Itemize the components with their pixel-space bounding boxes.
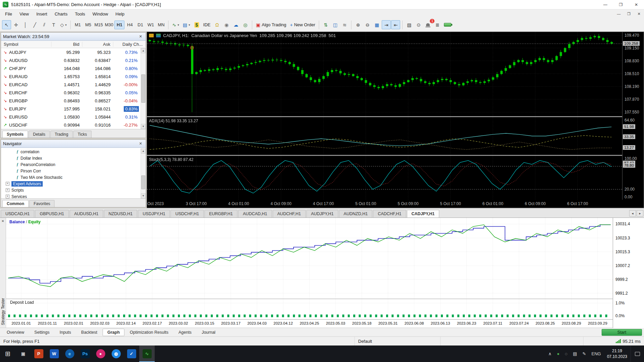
search-icon[interactable]: ⊙ bbox=[414, 20, 423, 29]
zoom-in-icon[interactable]: ⊕ bbox=[353, 20, 363, 29]
table-row-audjpy[interactable]: ↘AUDJPY95.29995.3230.73% bbox=[1, 48, 146, 56]
tester-tab-journal[interactable]: Journal bbox=[197, 329, 220, 336]
menu-window[interactable]: Window bbox=[89, 10, 112, 18]
menu-view[interactable]: View bbox=[16, 10, 33, 18]
blue-app[interactable]: ◍ bbox=[108, 345, 124, 362]
scroll-track[interactable] bbox=[141, 154, 146, 193]
task-view[interactable]: ▣ bbox=[15, 345, 31, 362]
start-button[interactable]: Start bbox=[602, 329, 642, 336]
indicators-icon[interactable]: ∿▾ bbox=[171, 20, 181, 29]
object-select-icon[interactable]: ▧ bbox=[405, 20, 414, 29]
menu-charts[interactable]: Charts bbox=[51, 10, 71, 18]
scroll-thumb[interactable] bbox=[141, 74, 145, 103]
chart-tab-gbpusd-h1[interactable]: GBPUSD,H1 bbox=[35, 210, 69, 218]
table-row-euraud[interactable]: ↘EURAUD1.657531.658140.09% bbox=[1, 72, 146, 80]
hidden-icons-icon[interactable]: ∧ bbox=[545, 345, 554, 362]
tab-common[interactable]: Common bbox=[2, 200, 29, 207]
tab-ticks[interactable]: Ticks bbox=[73, 131, 91, 138]
signal-icon[interactable]: ◉ bbox=[222, 20, 231, 29]
scroll-thumb[interactable] bbox=[141, 175, 145, 189]
table-row-chfjpy[interactable]: ↗CHFJPY164.048164.0860.80% bbox=[1, 64, 146, 72]
cloud-icon[interactable]: ☁ bbox=[231, 20, 240, 29]
metatrader5[interactable]: ∿ bbox=[139, 345, 155, 362]
chart-tab-eurgbp-h1[interactable]: EURGBP,H1 bbox=[204, 210, 238, 218]
vertical-line-tool-icon[interactable]: │ bbox=[21, 20, 30, 29]
timeframe-h1[interactable]: H1 bbox=[114, 21, 124, 29]
menu-file[interactable]: File bbox=[1, 10, 16, 18]
edge-browser[interactable]: e bbox=[62, 345, 77, 362]
tree-item-pirson-corr[interactable]: ƒPirson Corr bbox=[1, 168, 146, 174]
chart-tab-nzdusd-h1[interactable]: NZDUSD,H1 bbox=[104, 210, 138, 218]
notifications-icon[interactable]: 1 bbox=[423, 20, 432, 29]
timeframe-mn[interactable]: MN bbox=[156, 21, 166, 29]
chart-tab-audnzd-h1[interactable]: AUDNZD,H1 bbox=[339, 210, 373, 218]
table-row-audusd[interactable]: ↘AUDUSD0.638320.638470.21% bbox=[1, 56, 146, 64]
metaeditor-ide-button[interactable]: IDE bbox=[201, 20, 212, 29]
cursor-icon[interactable]: ↖ bbox=[2, 20, 11, 29]
time-axis[interactable]: 3 Oct 20233 Oct 17:004 Oct 01:004 Oct 09… bbox=[147, 200, 623, 208]
window-maximize-button[interactable]: ❐ bbox=[613, 0, 629, 9]
table-row-eurchf[interactable]: ↘EURCHF0.963020.963350.05% bbox=[1, 89, 146, 97]
chart-shift-icon[interactable]: ⇥ bbox=[382, 20, 391, 29]
language-indicator[interactable]: ENG bbox=[589, 345, 604, 362]
child-close-button[interactable]: ✕ bbox=[634, 10, 644, 17]
table-row-eurjpy[interactable]: ↘EURJPY157.995158.0210.83% bbox=[1, 105, 146, 113]
chart-tab-usdcad-h1[interactable]: USDCAD,H1 bbox=[1, 210, 34, 218]
tab-details[interactable]: Details bbox=[29, 131, 50, 138]
chart-tab-usdjpy-h1[interactable]: USDJPY,H1 bbox=[138, 210, 170, 218]
timeframe-m30[interactable]: M30 bbox=[104, 21, 114, 29]
tray-pen-icon[interactable]: ✎ bbox=[580, 345, 589, 362]
battery-icon[interactable] bbox=[442, 20, 453, 29]
timeframe-m15[interactable]: M15 bbox=[93, 21, 104, 29]
table-row-eurcad[interactable]: ↘EURCAD1.445711.44629-0.00% bbox=[1, 80, 146, 89]
chart-tab-cadjpy-h1[interactable]: CADJPY,H1 bbox=[407, 210, 440, 218]
auto-scroll-icon[interactable]: ⇤ bbox=[391, 20, 400, 29]
tile-windows-icon[interactable]: ⇅ bbox=[321, 20, 330, 29]
menu-help[interactable]: Help bbox=[112, 10, 128, 18]
stochastic-indicator-canvas[interactable] bbox=[147, 156, 623, 200]
window-close-button[interactable]: ✕ bbox=[629, 0, 644, 9]
start-button[interactable]: ⊞ bbox=[0, 345, 15, 362]
lock-icon[interactable]: Ω bbox=[213, 20, 222, 29]
chart-objects-icon[interactable]: ▤▾ bbox=[181, 20, 192, 29]
grid-toggle-icon[interactable]: ▦ bbox=[372, 20, 381, 29]
crosshair-icon[interactable]: ✛ bbox=[11, 20, 21, 29]
menu-tools[interactable]: Tools bbox=[71, 10, 89, 18]
chart-tab-audcad-h1[interactable]: AUDCAD,H1 bbox=[238, 210, 272, 218]
tree-item-scripts[interactable]: +Scripts bbox=[1, 187, 146, 193]
tray-card-icon[interactable]: ▤ bbox=[570, 345, 580, 362]
child-restore-button[interactable]: ❐ bbox=[624, 10, 634, 17]
scroll-up-icon[interactable]: ▲ bbox=[141, 149, 146, 154]
text-tool-icon[interactable]: T bbox=[49, 20, 58, 29]
action-center-icon[interactable] bbox=[631, 345, 644, 362]
scroll-down-icon[interactable]: ▼ bbox=[141, 193, 146, 198]
navigator-scrollbar[interactable]: ▲ ▼ bbox=[141, 149, 146, 198]
shapes-tool-icon[interactable]: ◇▾ bbox=[59, 20, 68, 29]
tab-favorites[interactable]: Favorites bbox=[29, 200, 54, 207]
tester-tab-settings[interactable]: Settings bbox=[30, 329, 54, 336]
balance-equity-canvas[interactable] bbox=[6, 218, 613, 299]
scroll-track[interactable] bbox=[141, 53, 146, 124]
chart-area[interactable]: CADJPY, H1: Canadian Dollar vs Japanese … bbox=[147, 32, 644, 208]
chart-tab-usdchf-h1[interactable]: USDCHF,H1 bbox=[171, 210, 203, 218]
tester-tab-backtest[interactable]: Backtest bbox=[76, 329, 102, 336]
adx-indicator-canvas[interactable] bbox=[147, 117, 623, 155]
tab-trading[interactable]: Trading bbox=[50, 131, 73, 138]
word[interactable]: W bbox=[46, 345, 62, 362]
pink-app[interactable]: ● bbox=[93, 345, 108, 362]
timeframe-m1[interactable]: M1 bbox=[73, 21, 83, 29]
market-watch-scrollbar[interactable]: ▲ ▼ bbox=[141, 48, 146, 129]
photoshop[interactable]: Ps bbox=[77, 345, 93, 362]
chart-tab-cadchf-h1[interactable]: CADCHF,H1 bbox=[373, 210, 406, 218]
depth-of-market-icon[interactable]: $ bbox=[192, 20, 201, 29]
tile-vertical-icon[interactable]: ◫ bbox=[331, 20, 340, 29]
tree-item-expert-advisors[interactable]: +Expert Advisors bbox=[1, 180, 146, 187]
chart-tab-audusd-h1[interactable]: AUDUSD,H1 bbox=[70, 210, 103, 218]
status-profile[interactable]: Default bbox=[355, 337, 441, 345]
table-row-eurusd[interactable]: ↘EURUSD1.058301.058440.31% bbox=[1, 113, 146, 121]
column-header-symbol[interactable]: Symbol bbox=[1, 42, 51, 47]
tester-tab-optimization-results[interactable]: Optimization Results bbox=[125, 329, 173, 336]
price-chart-canvas[interactable] bbox=[147, 32, 623, 116]
scroll-up-icon[interactable]: ▲ bbox=[141, 48, 146, 53]
tester-tab-graph[interactable]: Graph bbox=[103, 329, 124, 336]
